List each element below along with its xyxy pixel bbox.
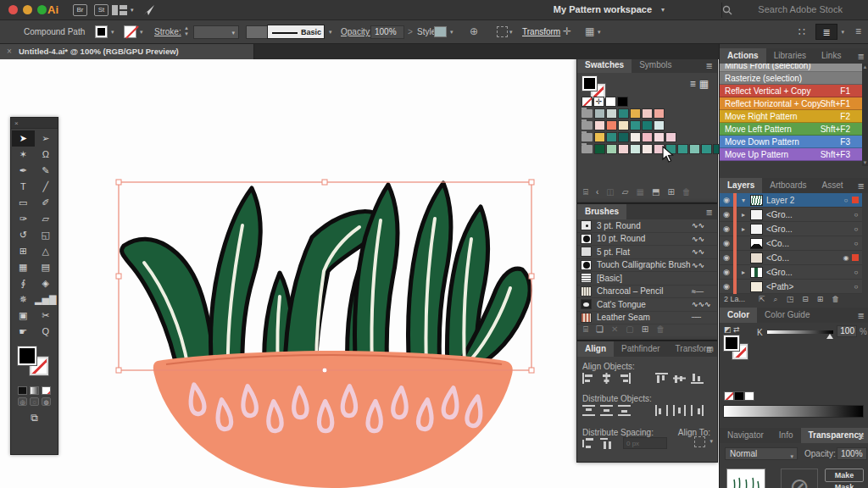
brush-libraries-icon[interactable]: ⌸ bbox=[583, 324, 588, 336]
layer-name[interactable]: <Gro... bbox=[766, 210, 850, 219]
bridge-button[interactable]: Br bbox=[73, 4, 87, 16]
tab-actions[interactable]: Actions bbox=[720, 48, 766, 64]
expand-chevron-icon[interactable]: ▸ bbox=[738, 225, 748, 233]
color-button[interactable] bbox=[18, 386, 27, 395]
tab-color-guide[interactable]: Color Guide bbox=[757, 308, 817, 323]
opacity-presets-chevron[interactable]: > bbox=[408, 27, 413, 36]
mesh-tool[interactable]: ▦ bbox=[12, 259, 35, 275]
panel-menu-icon[interactable]: ≣ bbox=[858, 431, 865, 441]
layer-row[interactable]: ◉▾Layer 2○ bbox=[720, 193, 862, 208]
action-item[interactable]: Move Left PatternShft+F2 bbox=[720, 123, 862, 136]
fill-color-well[interactable] bbox=[95, 25, 108, 38]
fill-stroke-mini[interactable] bbox=[724, 336, 749, 361]
tab-pathfinder[interactable]: Pathfinder bbox=[614, 341, 668, 357]
tab-transform[interactable]: Transform bbox=[668, 341, 721, 357]
expand-chevron-icon[interactable]: ▸ bbox=[738, 269, 748, 276]
target-circle-icon[interactable]: ○ bbox=[850, 283, 862, 291]
distribute-left-icon[interactable] bbox=[655, 405, 668, 416]
new-color-group-icon[interactable]: ▱ bbox=[622, 187, 629, 199]
fill-stroke-indicator[interactable] bbox=[11, 345, 58, 384]
pen-tool[interactable]: ✒ bbox=[12, 163, 35, 179]
make-clipping-mask-icon[interactable]: ◳ bbox=[787, 295, 794, 307]
zoom-window-button[interactable] bbox=[37, 5, 47, 14]
no-mask-thumbnail[interactable]: ⊘ bbox=[781, 469, 818, 488]
stroke-weight-label[interactable]: Stroke: bbox=[154, 27, 181, 36]
tab-links[interactable]: Links bbox=[814, 48, 849, 64]
brush-item[interactable]: 3 pt. Round∿∿ bbox=[577, 219, 717, 233]
color-swatch[interactable] bbox=[606, 108, 617, 119]
color-group-folder-icon[interactable] bbox=[581, 133, 593, 141]
panel-menu-icon[interactable]: ≣ bbox=[706, 208, 713, 217]
action-item[interactable]: Rasterize (selection) bbox=[720, 72, 862, 85]
rectangle-tool[interactable]: ▭ bbox=[12, 195, 35, 211]
color-swatch[interactable] bbox=[618, 132, 629, 142]
color-swatch[interactable] bbox=[665, 132, 676, 142]
color-swatch[interactable] bbox=[606, 132, 617, 142]
action-item[interactable]: Move Right PatternF2 bbox=[720, 110, 862, 123]
panel-menu-icon[interactable]: ≣ bbox=[706, 345, 713, 354]
delete-layer-icon[interactable]: 🗑 bbox=[832, 295, 839, 307]
vertical-distribute-space-icon[interactable] bbox=[582, 438, 595, 449]
tab-artboards[interactable]: Artboards bbox=[762, 178, 814, 193]
delete-brush-icon[interactable]: 🗑 bbox=[656, 324, 665, 336]
new-swatch-icon[interactable]: ⊞ bbox=[667, 187, 674, 199]
column-graph-tool[interactable]: ▂▅▇ bbox=[35, 291, 58, 308]
color-swatch[interactable] bbox=[594, 120, 605, 130]
select-similar-icon[interactable] bbox=[497, 26, 508, 37]
align-hcenter-icon[interactable] bbox=[600, 373, 613, 384]
layer-name[interactable]: <Co... bbox=[766, 239, 850, 248]
fill-swatch[interactable] bbox=[18, 347, 36, 365]
brush-item[interactable]: Cat's Tongue∿∿∿ bbox=[577, 298, 717, 312]
workspace-switcher-icon[interactable] bbox=[112, 5, 127, 15]
blend-mode-dropdown[interactable]: Normal▾ bbox=[725, 447, 798, 460]
layer-thumbnail[interactable] bbox=[750, 281, 763, 292]
stroke-weight-dropdown[interactable]: ▾ bbox=[193, 25, 239, 39]
tab-layers[interactable]: Layers bbox=[720, 178, 762, 193]
color-swatch[interactable] bbox=[605, 97, 616, 107]
brush-item[interactable]: 5 pt. Flat∿∿ bbox=[577, 246, 717, 259]
slice-tool[interactable]: ✂ bbox=[35, 308, 58, 324]
layer-thumbnail[interactable] bbox=[750, 238, 763, 249]
actions-scrollbar[interactable]: ▲ ▼ bbox=[862, 64, 868, 166]
draw-inside-mode-button[interactable]: ◍ bbox=[42, 397, 51, 406]
eraser-tool[interactable]: ▱ bbox=[35, 211, 58, 227]
layer-thumbnail[interactable] bbox=[750, 252, 763, 263]
color-swatch[interactable] bbox=[654, 132, 665, 142]
workspace-chevron-icon[interactable]: ▾ bbox=[661, 6, 665, 14]
layer-row[interactable]: ◉<Co...○ bbox=[720, 236, 862, 251]
blend-tool[interactable]: ◈ bbox=[35, 275, 58, 291]
swatch-libraries-icon[interactable]: ⌸ bbox=[583, 187, 588, 199]
stock-button[interactable]: St bbox=[94, 4, 108, 16]
visibility-eye-icon[interactable]: ◉ bbox=[720, 268, 733, 276]
target-circle-icon[interactable]: ○ bbox=[850, 240, 862, 247]
lasso-tool[interactable]: Ω bbox=[35, 147, 58, 163]
color-group-folder-icon[interactable] bbox=[581, 145, 593, 153]
color-swatch[interactable] bbox=[594, 132, 605, 142]
color-swatch[interactable] bbox=[677, 144, 688, 154]
align-bottom-icon[interactable] bbox=[691, 373, 704, 384]
align-top-icon[interactable] bbox=[655, 373, 668, 384]
distribute-vcenter-icon[interactable] bbox=[600, 405, 613, 416]
target-circle-icon[interactable]: ◉ bbox=[840, 254, 852, 262]
none-button[interactable] bbox=[42, 386, 51, 395]
color-swatch[interactable] bbox=[618, 120, 629, 130]
black-swatch[interactable] bbox=[734, 391, 744, 401]
layer-thumbnail[interactable] bbox=[750, 209, 763, 220]
new-sublayer-icon[interactable]: ⊟ bbox=[802, 295, 809, 307]
symbol-sprayer-tool[interactable]: ✵ bbox=[12, 291, 35, 308]
transform-link[interactable]: Transform bbox=[522, 27, 560, 36]
color-group-folder-icon[interactable] bbox=[581, 121, 593, 130]
color-swatch[interactable] bbox=[594, 108, 605, 119]
color-swatch[interactable] bbox=[618, 144, 629, 154]
opacity-value-field[interactable]: 100% bbox=[837, 447, 867, 460]
k-value-field[interactable]: 100 bbox=[837, 325, 857, 337]
layer-row[interactable]: ◉▸<Gro...○ bbox=[720, 222, 862, 236]
swap-fill-stroke-icon[interactable]: ◩ ⇄ bbox=[724, 325, 740, 334]
visibility-eye-icon[interactable]: ◉ bbox=[720, 210, 733, 219]
align-transform-icon[interactable]: ✛ bbox=[563, 25, 571, 37]
panel-display-options-button[interactable]: ≣ bbox=[815, 24, 837, 40]
type-tool[interactable]: T bbox=[12, 179, 35, 195]
selection-tool[interactable]: ➤ bbox=[12, 130, 35, 147]
opacity-value-field[interactable]: 100% bbox=[370, 25, 404, 39]
list-view-icon[interactable]: ≡ bbox=[690, 78, 699, 90]
